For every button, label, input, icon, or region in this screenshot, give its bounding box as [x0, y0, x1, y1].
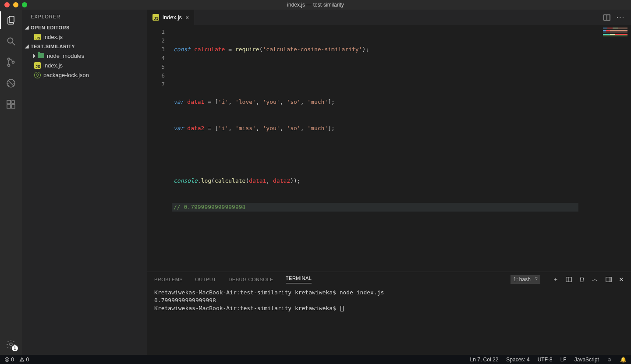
svg-rect-0	[9, 16, 14, 22]
tab-debug-console[interactable]: DEBUG CONSOLE	[228, 277, 273, 282]
npm-icon: ⬡	[34, 72, 41, 78]
terminal[interactable]: Kretawiwekas-MacBook-Air:test-similarity…	[147, 287, 631, 355]
open-editor-item[interactable]: JS index.js	[22, 32, 147, 42]
terminal-cursor	[340, 306, 344, 311]
search-icon[interactable]	[5, 35, 17, 47]
svg-point-3	[8, 58, 10, 60]
tab-problems[interactable]: PROBLEMS	[154, 277, 183, 282]
chevron-down-icon: ◢	[25, 25, 29, 30]
settings-badge: 1	[12, 345, 18, 351]
svg-line-7	[9, 81, 13, 85]
svg-point-4	[8, 64, 10, 67]
traffic-lights	[0, 2, 27, 7]
debug-icon[interactable]	[5, 77, 17, 89]
sidebar-title: EXPLORER	[22, 10, 147, 24]
editor-tabs: JS index.js × ···	[147, 10, 631, 25]
status-language[interactable]: JavaScript	[574, 357, 599, 363]
status-warnings[interactable]: 0	[19, 357, 29, 363]
more-actions-icon[interactable]: ···	[617, 14, 625, 21]
feedback-icon[interactable]: ☺	[607, 357, 612, 363]
code-area[interactable]: const calculate = require('calculate-cos…	[172, 25, 578, 272]
svg-rect-18	[609, 277, 611, 282]
tree-item-file[interactable]: ⬡ package-lock.json	[22, 70, 147, 80]
js-file-icon: JS	[152, 14, 159, 21]
status-errors[interactable]: 0	[4, 357, 14, 363]
status-bar: 0 0 Ln 7, Col 22 Spaces: 4 UTF-8 LF Java…	[0, 355, 631, 364]
file-label: index.js	[43, 62, 63, 69]
status-eol[interactable]: LF	[560, 357, 567, 363]
titlebar: index.js — test-similarity	[0, 0, 631, 10]
js-file-icon: JS	[34, 34, 41, 40]
explorer-icon[interactable]	[5, 14, 17, 26]
tab-output[interactable]: OUTPUT	[195, 277, 216, 282]
svg-rect-8	[7, 100, 11, 104]
close-window-icon[interactable]	[4, 2, 10, 7]
split-editor-icon[interactable]	[603, 14, 610, 21]
file-label: index.js	[43, 34, 63, 40]
folder-icon	[38, 53, 44, 58]
maximize-window-icon[interactable]	[22, 2, 27, 7]
notifications-icon[interactable]: 🔔	[620, 357, 627, 363]
sidebar: EXPLORER ◢ OPEN EDITORS JS index.js ◢ TE…	[22, 10, 147, 355]
svg-line-2	[12, 42, 15, 45]
file-label: node_modules	[47, 53, 84, 59]
terminal-select[interactable]: 1: bash	[510, 275, 540, 284]
settings-gear-icon[interactable]: 1	[5, 338, 17, 350]
kill-terminal-icon[interactable]	[579, 276, 585, 283]
extensions-icon[interactable]	[5, 98, 17, 110]
svg-rect-10	[11, 105, 15, 108]
bottom-panel: PROBLEMS OUTPUT DEBUG CONSOLE TERMINAL 1…	[147, 272, 631, 355]
minimap[interactable]	[578, 25, 631, 272]
svg-rect-11	[12, 101, 14, 103]
js-file-icon: JS	[34, 62, 41, 69]
status-encoding[interactable]: UTF-8	[538, 357, 553, 363]
close-tab-icon[interactable]: ×	[185, 14, 189, 21]
source-control-icon[interactable]	[5, 56, 17, 68]
split-terminal-icon[interactable]	[566, 276, 572, 283]
svg-point-1	[8, 38, 13, 43]
new-terminal-icon[interactable]: ＋	[553, 276, 559, 283]
chevron-right-icon: ◢	[30, 53, 36, 59]
chevron-down-icon: ◢	[25, 43, 29, 49]
open-editors-label: OPEN EDITORS	[31, 25, 70, 30]
status-indent[interactable]: Spaces: 4	[506, 357, 529, 363]
status-cursor-pos[interactable]: Ln 7, Col 22	[470, 357, 499, 363]
tab-label: index.js	[163, 14, 182, 21]
tree-item-folder[interactable]: ◢ node_modules	[22, 51, 147, 60]
svg-point-5	[12, 61, 14, 64]
file-label: package-lock.json	[43, 72, 89, 78]
line-gutter: 1234567	[147, 25, 172, 272]
svg-point-21	[22, 360, 22, 360]
close-panel-icon[interactable]: ✕	[619, 276, 624, 283]
folder-label: TEST-SIMILARITY	[31, 44, 75, 49]
move-panel-icon[interactable]	[606, 276, 612, 283]
editor: JS index.js × ··· 1234567 const calculat…	[147, 10, 631, 355]
folder-header[interactable]: ◢ TEST-SIMILARITY	[22, 42, 147, 50]
minimize-window-icon[interactable]	[13, 2, 18, 7]
tab-terminal[interactable]: TERMINAL	[286, 276, 312, 283]
open-editors-header[interactable]: ◢ OPEN EDITORS	[22, 24, 147, 31]
svg-point-12	[10, 343, 12, 346]
svg-rect-9	[7, 105, 11, 108]
window-title: index.js — test-similarity	[0, 2, 631, 8]
activity-bar: 1	[0, 10, 22, 355]
tab-index-js[interactable]: JS index.js ×	[147, 10, 195, 25]
tree-item-file[interactable]: JS index.js	[22, 60, 147, 70]
maximize-panel-icon[interactable]: ︿	[592, 276, 599, 283]
